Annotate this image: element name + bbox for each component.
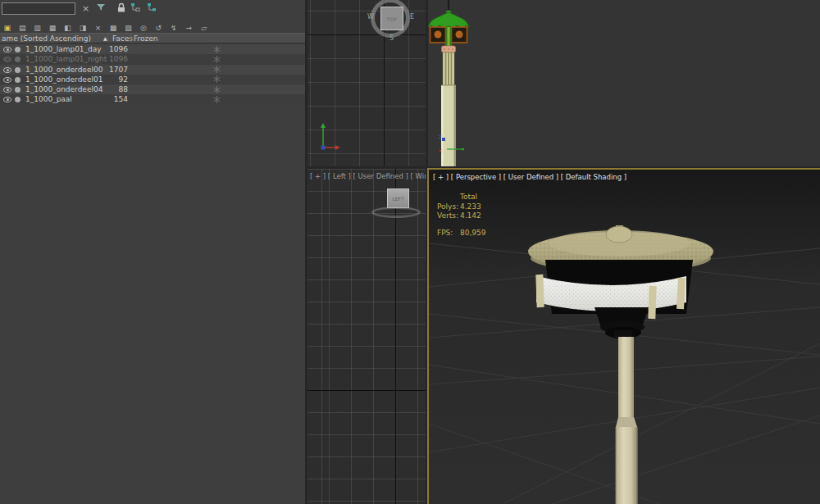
display-geometry-icon[interactable]: ▤ xyxy=(17,22,27,34)
viewport-front[interactable]: z x xyxy=(428,0,820,166)
search-input[interactable] xyxy=(2,2,75,15)
object-type-icon xyxy=(15,47,20,52)
hierarchy-icon xyxy=(130,2,141,12)
faces-count: 1707 xyxy=(82,66,128,74)
faces-count: 154 xyxy=(82,95,128,103)
table-row[interactable]: 1_1000_onderdeel00 1707 xyxy=(0,65,305,75)
viewport-left-label[interactable]: [ + ] [ Left ] [ User Defined ] [ Wirefr… xyxy=(310,172,426,180)
visibility-eye-icon[interactable] xyxy=(3,77,11,83)
faces-count: 1096 xyxy=(82,55,128,63)
visibility-eye-icon[interactable] xyxy=(3,97,11,102)
object-type-icon xyxy=(15,87,20,93)
explorer-column-header: ame (Sorted Ascending) ▲ Faces Frozen xyxy=(0,33,305,43)
sort-ascending-icon: ▲ xyxy=(103,35,107,41)
frozen-snowflake-icon[interactable] xyxy=(213,96,221,103)
visibility-eye-icon[interactable] xyxy=(3,67,11,73)
grid-origin-line xyxy=(308,390,426,391)
visibility-eye-icon[interactable] xyxy=(3,87,11,93)
faces-count: 88 xyxy=(82,85,128,93)
stats-polys-value: 4.233 xyxy=(460,202,481,211)
perspective-scene xyxy=(429,170,820,504)
stats-fps-label: FPS: xyxy=(437,229,453,237)
table-row[interactable]: 1_1000_paal 154 xyxy=(0,94,305,104)
svg-text:z: z xyxy=(439,134,442,140)
display-bones-icon[interactable]: ◎ xyxy=(139,22,148,34)
object-type-icon xyxy=(15,57,20,62)
svg-text:x: x xyxy=(439,148,442,154)
max-scene-window: × xyxy=(0,0,820,504)
column-frozen[interactable]: Frozen xyxy=(134,34,158,43)
frozen-snowflake-icon[interactable] xyxy=(213,66,221,73)
lock-icon xyxy=(116,2,126,13)
display-groups-icon[interactable]: ▩ xyxy=(108,22,118,34)
viewcube-compass[interactable]: TOP W E S xyxy=(369,0,415,44)
lamp-post-front-model: z x xyxy=(428,0,494,166)
table-row[interactable]: 1_1000_onderdeel01 92 xyxy=(0,75,305,84)
scene-explorer-panel: × xyxy=(0,0,305,504)
viewcube-ring-icon[interactable] xyxy=(371,207,421,218)
display-containers-icon[interactable]: ↺ xyxy=(153,22,163,34)
viewport-perspective[interactable]: [ + ] [ Perspective ] [ User Defined ] [… xyxy=(427,168,820,504)
viewport-left[interactable]: [ + ] [ Left ] [ User Defined ] [ Wirefr… xyxy=(308,169,426,504)
viewcube-top-face[interactable]: TOP xyxy=(380,7,403,30)
object-type-icon xyxy=(15,97,20,102)
axis-tripod-icon xyxy=(316,120,345,157)
compass-south-label[interactable]: S xyxy=(390,34,394,42)
display-all-icon[interactable]: ▣ xyxy=(2,22,12,34)
object-type-icon xyxy=(15,77,20,83)
stats-total-header: Total xyxy=(460,193,477,201)
explorer-search-row: × xyxy=(0,0,305,18)
column-divider xyxy=(130,34,131,43)
table-row[interactable]: 1_1000_lamp01_day 1096 xyxy=(0,44,305,54)
sync-scene-icon[interactable] xyxy=(146,2,158,15)
display-arrows-icon[interactable]: → xyxy=(184,22,194,34)
column-divider xyxy=(107,34,108,43)
clear-search-icon[interactable]: × xyxy=(80,2,92,15)
lamp-model xyxy=(528,225,713,504)
viewcube-left-face[interactable]: LEFT xyxy=(387,188,409,208)
stats-verts-value: 4.142 xyxy=(460,211,481,220)
table-row[interactable]: 1_1000_onderdeel04 88 xyxy=(0,84,305,94)
display-shapes-icon[interactable]: ▥ xyxy=(33,22,43,34)
display-xrefs-icon[interactable]: ▧ xyxy=(123,22,133,34)
stats-verts-label: Verts: xyxy=(437,211,458,220)
compass-west-label[interactable]: W xyxy=(367,13,374,20)
faces-count: 1096 xyxy=(82,45,128,53)
display-lights-icon[interactable]: ▦ xyxy=(48,22,57,34)
filter-icon[interactable] xyxy=(94,2,107,15)
table-row[interactable]: 1_1000_lamp01_night 1096 xyxy=(0,54,305,64)
stats-fps-value: 80,959 xyxy=(460,229,486,237)
hierarchy-sync-icon xyxy=(147,2,157,12)
grid-origin-line xyxy=(395,169,396,504)
display-helpers-icon[interactable]: ◨ xyxy=(78,22,88,34)
display-spacewarps-icon[interactable]: × xyxy=(93,22,103,34)
frozen-snowflake-icon[interactable] xyxy=(213,86,221,93)
object-name[interactable]: 1_1000_paal xyxy=(25,95,72,103)
display-cameras-icon[interactable]: ◧ xyxy=(63,22,73,34)
viewport-top[interactable]: TOP W E S xyxy=(308,0,426,166)
funnel-icon xyxy=(96,2,106,12)
visibility-eye-icon[interactable] xyxy=(3,57,11,62)
visibility-eye-icon[interactable] xyxy=(3,47,11,52)
display-frozen-icon[interactable]: ▱ xyxy=(199,22,209,34)
faces-count: 92 xyxy=(82,75,128,84)
display-materials-icon[interactable]: ↯ xyxy=(169,22,179,34)
viewport-perspective-label[interactable]: [ + ] [ Perspective ] [ User Defined ] [… xyxy=(433,173,626,181)
frozen-snowflake-icon[interactable] xyxy=(213,46,221,53)
sync-selection-icon[interactable] xyxy=(130,2,142,15)
column-name[interactable]: ame (Sorted Ascending) xyxy=(2,34,91,43)
stats-polys-label: Polys: xyxy=(437,202,458,211)
explorer-display-toolbar: ▣ ▤ ▥ ▦ ◧ ◨ × ▩ ▧ ◎ ↺ ↯ → ▱ xyxy=(0,18,305,33)
object-list: 1_1000_lamp01_day 1096 1_1000_lamp01_nig… xyxy=(0,44,305,105)
lock-cell-editing-icon[interactable] xyxy=(115,2,127,15)
object-type-icon xyxy=(15,67,20,73)
frozen-snowflake-icon[interactable] xyxy=(213,56,221,63)
frozen-snowflake-icon[interactable] xyxy=(213,75,221,83)
compass-east-label[interactable]: E xyxy=(410,13,414,20)
